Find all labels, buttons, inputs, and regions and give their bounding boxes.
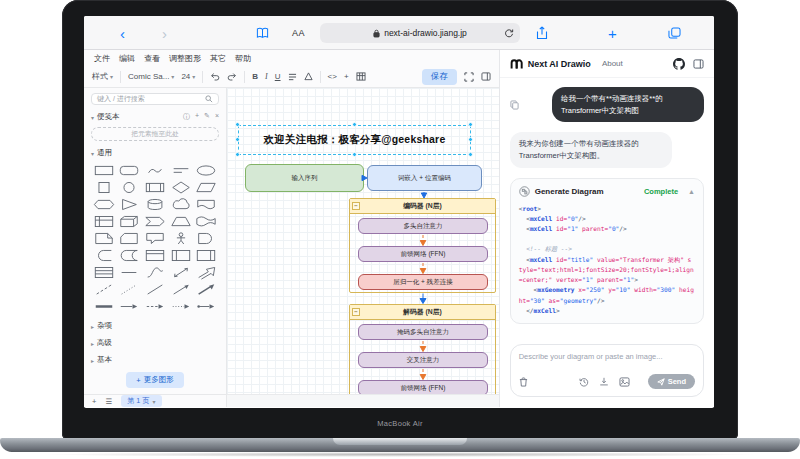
node-masked-attention[interactable]: 掩码多头自注意力 xyxy=(358,324,488,340)
sidebar-section-1[interactable]: ▸高级 xyxy=(91,338,219,348)
copy-icon[interactable] xyxy=(510,100,519,110)
history-icon[interactable] xyxy=(579,377,589,387)
shape-directional-arrow-bold-icon[interactable] xyxy=(193,281,219,297)
align-icon[interactable] xyxy=(288,73,297,81)
shape-parallelogram-icon[interactable] xyxy=(193,179,219,195)
format-panel-icon[interactable] xyxy=(481,72,491,81)
menu-item-4[interactable]: 其它 xyxy=(210,53,226,64)
general-section[interactable]: ▾通用 xyxy=(91,148,219,158)
bold-button[interactable]: B xyxy=(252,72,258,81)
node-dec-ffn[interactable]: 前馈网络 (FFN) xyxy=(358,380,488,394)
shape-document-icon[interactable] xyxy=(193,196,219,212)
selection-handle[interactable] xyxy=(235,137,240,142)
shape-cube-icon[interactable] xyxy=(117,213,143,229)
node-ffn[interactable]: 前馈网络 (FFN) xyxy=(358,246,488,262)
shape-arrow-outline-icon[interactable] xyxy=(193,264,219,280)
menu-item-2[interactable]: 查看 xyxy=(144,53,160,64)
shape-line-icon[interactable] xyxy=(117,264,143,280)
share-icon[interactable] xyxy=(536,16,548,50)
scratchpad-add-icon[interactable]: + xyxy=(195,112,199,122)
node-layernorm[interactable]: 层归一化 + 残差连接 xyxy=(358,274,488,290)
add-page-icon[interactable]: + xyxy=(92,397,96,406)
node-cross-attention[interactable]: 交叉注意力 xyxy=(358,352,488,368)
fill-color-icon[interactable] xyxy=(304,72,313,81)
more-shapes-button[interactable]: +更多图形 xyxy=(126,372,183,388)
shape-connector-dot-icon[interactable] xyxy=(193,298,219,314)
shape-rounded-rectangle-icon[interactable] xyxy=(117,162,143,178)
selection-handle[interactable] xyxy=(352,122,357,127)
shape-square-icon[interactable] xyxy=(91,179,117,195)
shape-heading-icon[interactable] xyxy=(168,162,194,178)
shape-search-input[interactable]: 键入 / 进行搜索 xyxy=(91,93,219,105)
underline-button[interactable]: U xyxy=(275,72,281,81)
undo-icon[interactable] xyxy=(210,72,220,81)
menu-item-1[interactable]: 编辑 xyxy=(119,53,135,64)
browser-forward-icon[interactable]: › xyxy=(162,16,167,50)
shape-tape-icon[interactable] xyxy=(193,213,219,229)
redo-icon[interactable] xyxy=(227,72,237,81)
font-size-dropdown[interactable]: 24▾ xyxy=(181,72,195,81)
shape-vertical-container-icon[interactable] xyxy=(168,247,194,263)
collapse-icon[interactable]: − xyxy=(352,202,360,210)
download-icon[interactable] xyxy=(599,377,609,387)
table-icon[interactable] xyxy=(356,72,366,81)
toggle-panel-icon[interactable] xyxy=(693,59,704,69)
selection-handle[interactable] xyxy=(235,122,240,127)
shape-or-icon[interactable] xyxy=(193,230,219,246)
github-icon[interactable] xyxy=(673,58,685,70)
menu-item-0[interactable]: 文件 xyxy=(94,53,110,64)
new-tab-icon[interactable]: + xyxy=(608,16,617,50)
node-input-sequence[interactable]: 输入序列 xyxy=(245,164,364,192)
address-bar[interactable]: next-ai-drawio.jiang.jp xyxy=(320,23,520,43)
italic-button[interactable]: I xyxy=(265,72,268,81)
shape-card-icon[interactable] xyxy=(117,230,143,246)
selection-handle[interactable] xyxy=(468,152,473,157)
shape-arrow-right-icon[interactable] xyxy=(117,298,143,314)
scratchpad-drop-zone[interactable]: 把元素拖至此处 xyxy=(91,127,219,141)
shape-list-icon[interactable] xyxy=(91,264,117,280)
chevron-up-icon[interactable]: ▲ xyxy=(688,188,695,195)
page-tab[interactable]: 第 1 页▾ xyxy=(121,395,161,407)
shape-trapezoid-icon[interactable] xyxy=(168,213,194,229)
node-self-attention[interactable]: 多头自注意力 xyxy=(358,218,488,234)
scratchpad-edit-icon[interactable]: ✎ xyxy=(204,112,210,122)
shape-line-diagonal-icon[interactable] xyxy=(142,281,168,297)
menu-item-3[interactable]: 调整图形 xyxy=(169,53,201,64)
tool-card-header[interactable]: Generate Diagram Complete ▲ xyxy=(519,186,695,197)
about-link[interactable]: About xyxy=(602,59,623,68)
menu-item-5[interactable]: 帮助 xyxy=(235,53,251,64)
reload-icon[interactable] xyxy=(504,28,514,38)
edit-style-button[interactable]: <> xyxy=(328,72,337,81)
font-dropdown[interactable]: Comic Sa...▾ xyxy=(128,72,174,81)
scratchpad-section[interactable]: ▾便笺本 ⓘ + ✎ × xyxy=(91,112,219,122)
diagram-canvas[interactable]: 欢迎关注电报：极客分享@geekshare 输入序列 词嵌入 xyxy=(227,88,499,394)
pages-menu-icon[interactable]: ☰ xyxy=(105,397,112,406)
shape-dashed-line-icon[interactable] xyxy=(91,281,117,297)
shape-internal-storage-icon[interactable] xyxy=(91,213,117,229)
shape-and-icon[interactable] xyxy=(91,247,117,263)
shape-dotted-arrow-icon[interactable] xyxy=(168,298,194,314)
shape-circle-icon[interactable] xyxy=(117,179,143,195)
shape-dotted-line-icon[interactable] xyxy=(117,281,143,297)
canvas-title-node[interactable]: 欢迎关注电报：极客分享@geekshare xyxy=(238,125,471,155)
shape-process-icon[interactable] xyxy=(142,179,168,195)
selection-handle[interactable] xyxy=(352,152,357,157)
shape-cylinder-icon[interactable] xyxy=(142,196,168,212)
shape-dashed-arrow-icon[interactable] xyxy=(142,298,168,314)
scratchpad-help-icon[interactable]: ⓘ xyxy=(183,112,190,122)
send-button[interactable]: Send xyxy=(648,374,695,389)
shape-directional-arrow-icon[interactable] xyxy=(168,281,194,297)
shape-step-icon[interactable] xyxy=(142,213,168,229)
save-button[interactable]: 保存 xyxy=(422,69,457,85)
prompt-input[interactable]: Describe your diagram or paste an image.… xyxy=(519,352,695,361)
image-icon[interactable] xyxy=(619,377,630,387)
shape-hexagon-icon[interactable] xyxy=(91,196,117,212)
shape-container-icon[interactable] xyxy=(142,247,168,263)
shape-actor-icon[interactable] xyxy=(168,230,194,246)
selection-handle[interactable] xyxy=(235,152,240,157)
bookmarks-icon[interactable] xyxy=(256,16,269,50)
shape-note-icon[interactable] xyxy=(91,230,117,246)
shape-curve-icon[interactable] xyxy=(142,264,168,280)
collapse-icon[interactable]: − xyxy=(352,308,360,316)
shape-diamond-icon[interactable] xyxy=(168,179,194,195)
